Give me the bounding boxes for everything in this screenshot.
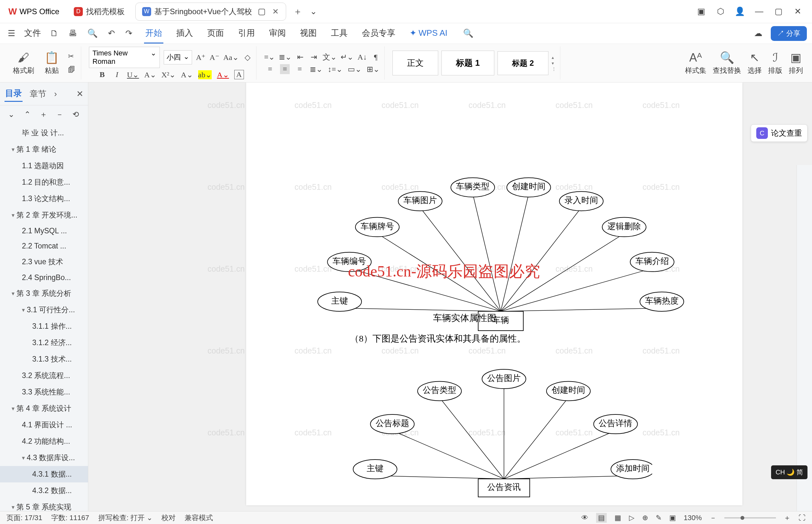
outline-item[interactable]: ▾4.3 数据库设... (0, 449, 88, 466)
outline-view-icon[interactable]: ▦ (614, 514, 621, 522)
number-list-icon[interactable]: ≣⌄ (279, 52, 292, 62)
select-button[interactable]: ↖选择 (744, 46, 765, 80)
menu-page[interactable]: 页面 (206, 23, 225, 44)
zoom-out-icon[interactable]: － (710, 513, 717, 523)
justify-icon[interactable]: ≣⌄ (310, 65, 322, 74)
disclosure-icon[interactable]: ▾ (12, 212, 15, 219)
case-icon[interactable]: Aa⌄ (223, 53, 239, 62)
outdent-icon[interactable]: ⇤ (296, 52, 305, 62)
cloud-icon[interactable]: ☁ (751, 27, 765, 39)
minimize-icon[interactable]: — (754, 6, 764, 16)
cut-icon[interactable]: ✂ (66, 51, 77, 62)
zoom-value[interactable]: 130% (684, 514, 702, 522)
menu-member[interactable]: 会员专享 (361, 23, 397, 44)
underline-button[interactable]: U⌄ (127, 70, 139, 79)
font-family-select[interactable]: Times New Roman⌄ (89, 47, 160, 68)
font-shrink-icon[interactable]: A⁻ (210, 53, 219, 62)
border-icon[interactable]: ⊞⌄ (367, 65, 380, 74)
find-replace-button[interactable]: 🔍查找替换 (710, 46, 744, 80)
tab-window-icon[interactable]: ▢ (255, 5, 268, 18)
line-spacing-icon[interactable]: ↕≡⌄ (328, 65, 343, 74)
outline-item[interactable]: 3.1.1 操作... (0, 318, 88, 334)
text-color-icon[interactable]: A⌄ (217, 70, 229, 79)
outline-item[interactable]: 2.1 MySQL ... (0, 223, 88, 239)
file-menu[interactable]: 文件 (23, 23, 42, 44)
strike-button[interactable]: A⌄ (144, 70, 156, 79)
outline-title[interactable]: 毕 业 设 计... (0, 125, 88, 141)
refresh-icon[interactable]: ⟲ (71, 110, 81, 119)
indent-icon[interactable]: ⇥ (309, 52, 319, 62)
outline-item[interactable]: 3.2 系统流程... (0, 367, 88, 384)
styleset-button[interactable]: Aᴬ样式集 (682, 46, 710, 80)
outline-item[interactable]: 2.4 SpringBo... (0, 270, 88, 285)
preview-icon[interactable]: 🔍 (85, 27, 100, 39)
outline-item[interactable]: ▾第 3 章 系统分析 (0, 285, 88, 301)
highlight-icon[interactable]: ab⌄ (198, 70, 212, 79)
sidebar-close-icon[interactable]: ✕ (76, 89, 83, 99)
close-window-icon[interactable]: ✕ (793, 6, 803, 16)
outline-item[interactable]: ▾第 2 章 开发环境... (0, 207, 88, 223)
text-direction-icon[interactable]: 文⌄ (322, 52, 337, 62)
web-view-icon[interactable]: ⊕ (642, 514, 648, 522)
plagiarism-check-button[interactable]: C 论文查重 (751, 125, 808, 142)
align-left-icon[interactable]: ≡ (265, 65, 275, 73)
copy-icon[interactable]: 🗐 (66, 64, 77, 76)
font-grow-icon[interactable]: A⁺ (196, 53, 205, 62)
tab-close-icon[interactable]: ✕ (272, 7, 279, 16)
outline-item[interactable]: 4.3.1 数据... (0, 466, 88, 482)
italic-button[interactable]: I (112, 70, 122, 79)
outline-item[interactable]: 4.2 功能结构... (0, 433, 88, 449)
outline-item[interactable]: 3.1.2 经济... (0, 334, 88, 351)
app-logo[interactable]: W WPS Office (3, 6, 65, 17)
tab-document-active[interactable]: W 基于Sringboot+Vue个人驾校 ▢ ✕ (135, 3, 286, 21)
play-icon[interactable]: ▷ (629, 514, 634, 522)
redo-icon[interactable]: ↷ (123, 27, 135, 39)
menu-wps-ai[interactable]: ✦WPS AI (408, 24, 449, 43)
cube-icon[interactable]: ⬡ (715, 6, 726, 16)
menu-insert[interactable]: 插入 (175, 23, 194, 44)
typeset-button[interactable]: ℐ排版 (765, 46, 785, 80)
maximize-icon[interactable]: ▢ (773, 6, 784, 16)
status-words[interactable]: 字数: 11167 (51, 513, 89, 523)
fullscreen-icon[interactable]: ⛶ (798, 514, 806, 522)
page-view-icon[interactable]: ▤ (596, 513, 607, 523)
menu-start[interactable]: 开始 (144, 23, 163, 44)
style-more-icon[interactable]: ▴▾⋮ (552, 55, 556, 71)
sidebar-tab-toc[interactable]: 目录 (4, 86, 22, 102)
search-icon[interactable]: 🔍 (461, 27, 476, 39)
zoom-slider[interactable] (724, 517, 776, 519)
new-tab-icon[interactable]: ＋ (288, 5, 308, 18)
outline-item[interactable]: ▾第 5 章 系统实现 (0, 499, 88, 511)
font-color-icon[interactable]: A⌄ (181, 70, 193, 79)
pilcrow-icon[interactable]: ¶ (371, 53, 381, 62)
style-heading1[interactable]: 标题 1 (442, 51, 494, 76)
undo-icon[interactable]: ↶ (105, 27, 118, 39)
style-heading2[interactable]: 标题 2 (498, 51, 548, 75)
arrange-button[interactable]: ▣排列 (785, 46, 806, 80)
edit-icon[interactable]: ✎ (656, 514, 662, 522)
menu-review[interactable]: 审阅 (268, 23, 287, 44)
save-icon[interactable]: 🗋 (47, 27, 61, 39)
eye-icon[interactable]: 👁 (581, 514, 589, 522)
clear-format-icon[interactable]: ◇ (243, 53, 252, 62)
document-canvas[interactable]: code51.cncode51.cncode51.cncode51.cncode… (88, 82, 812, 511)
sort-icon[interactable]: A↓ (357, 53, 367, 62)
status-spell[interactable]: 拼写检查: 打开 ⌄ (98, 513, 152, 523)
bold-button[interactable]: B (97, 70, 107, 79)
status-page[interactable]: 页面: 17/31 (6, 513, 42, 523)
format-brush-button[interactable]: 🖌格式刷 (10, 51, 37, 76)
disclosure-icon[interactable]: ▾ (12, 290, 15, 297)
tab-template[interactable]: D 找稻壳模板 (67, 3, 131, 21)
outline-item[interactable]: 2.3 vue 技术 (0, 253, 88, 270)
outline-item[interactable]: 4.1 界面设计 ... (0, 417, 88, 433)
sidebar-tab-chapter[interactable]: 章节 (29, 86, 47, 101)
align-center-icon[interactable]: ≡ (280, 64, 290, 74)
superscript-button[interactable]: X²⌄ (162, 70, 176, 79)
status-compat[interactable]: 兼容模式 (185, 513, 213, 523)
hamburger-icon[interactable]: ☰ (5, 27, 18, 39)
print-icon[interactable]: 🖶 (66, 27, 80, 39)
outline-item[interactable]: ▾3.1 可行性分... (0, 301, 88, 318)
expand-icon[interactable]: ⌃ (22, 110, 32, 119)
panel-icon[interactable]: ▣ (696, 6, 706, 16)
disclosure-icon[interactable]: ▾ (22, 454, 25, 461)
